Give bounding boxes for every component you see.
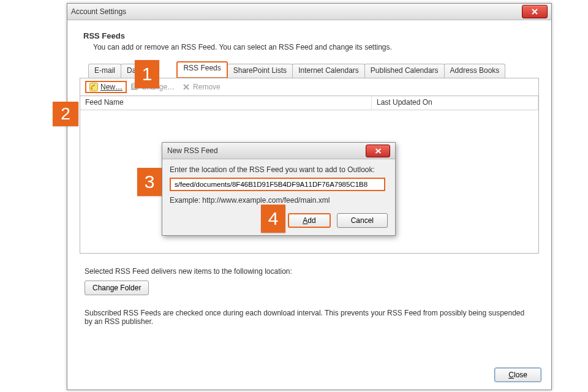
svg-point-1 [91, 88, 92, 89]
col-last-updated[interactable]: Last Updated On [372, 96, 538, 110]
col-feed-name[interactable]: Feed Name [80, 96, 372, 110]
tab-sharepoint-lists[interactable]: SharePoint Lists [227, 64, 293, 78]
dialog-prompt: Enter the location of the RSS Feed you w… [170, 165, 388, 174]
tab-rss-feeds[interactable]: RSS Feeds [176, 61, 227, 78]
titlebar: Account Settings [67, 4, 551, 20]
callout-2: 2 [53, 102, 78, 126]
new-feed-button[interactable]: New… [85, 81, 127, 93]
window-close-button[interactable] [522, 5, 548, 18]
close-icon [530, 9, 539, 15]
tab-published-calendars[interactable]: Published Calendars [364, 64, 445, 78]
cancel-label: Cancel [351, 216, 374, 225]
dialog-close-button[interactable] [366, 145, 390, 157]
close-button[interactable]: Close [494, 368, 541, 382]
callout-4: 4 [261, 205, 285, 233]
dialog-titlebar: New RSS Feed [162, 143, 395, 159]
rss-new-icon [89, 83, 98, 91]
section-title: RSS Feeds [83, 31, 539, 40]
toolbar-new-label: New… [100, 83, 123, 91]
svg-rect-0 [90, 83, 98, 91]
change-folder-button[interactable]: Change Folder [85, 281, 149, 295]
remove-feed-button: Remove [178, 81, 224, 92]
delivery-location-label: Selected RSS Feed delivers new items to … [85, 267, 534, 276]
add-label: Add [303, 216, 315, 225]
column-headers: Feed Name Last Updated On [80, 96, 538, 110]
close-icon [374, 148, 382, 154]
tab-address-books[interactable]: Address Books [444, 64, 506, 78]
add-button[interactable]: Add [288, 213, 330, 228]
dialog-title: New RSS Feed [167, 146, 218, 155]
section-description: You can add or remove an RSS Feed. You c… [93, 43, 539, 51]
close-label: Close [508, 371, 527, 379]
tab-internet-calendars[interactable]: Internet Calendars [292, 64, 365, 78]
callout-1: 1 [135, 60, 159, 88]
window-title: Account Settings [71, 7, 126, 16]
tab-email[interactable]: E-mail [88, 64, 121, 78]
toolbar-remove-label: Remove [193, 83, 221, 91]
rss-url-input[interactable] [170, 178, 385, 191]
remove-x-icon [182, 83, 190, 91]
dialog-example: Example: http://www.example.com/feed/mai… [170, 196, 388, 205]
interval-note: Subscribed RSS Feeds are checked once du… [85, 309, 534, 326]
callout-3: 3 [137, 168, 162, 196]
cancel-button[interactable]: Cancel [337, 213, 388, 228]
